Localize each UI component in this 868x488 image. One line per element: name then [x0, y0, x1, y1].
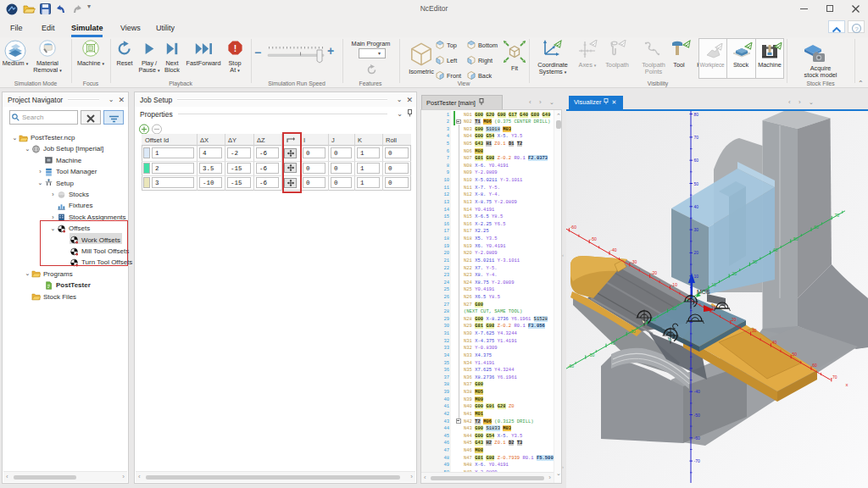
svg-text:50: 50 [694, 181, 699, 186]
svg-text:60: 60 [812, 363, 817, 368]
svg-text:50: 50 [793, 352, 798, 357]
svg-text:60: 60 [694, 158, 699, 163]
svg-text:30: 30 [753, 259, 758, 264]
svg-text:10: 10 [694, 274, 699, 279]
svg-text:-60: -60 [570, 225, 576, 230]
svg-text:!: ! [234, 43, 237, 53]
svg-text:-20: -20 [651, 270, 657, 275]
svg-text:20: 20 [732, 271, 737, 276]
svg-text:MCS: MCS [697, 289, 710, 295]
svg-text:70: 70 [834, 213, 839, 218]
svg-text:80: 80 [694, 112, 699, 117]
svg-text:-40: -40 [610, 247, 616, 252]
svg-text:40: 40 [772, 340, 777, 345]
svg-text:-10: -10 [671, 282, 677, 287]
svg-text:40: 40 [694, 204, 699, 209]
svg-text:70: 70 [832, 374, 837, 380]
svg-text:-50: -50 [694, 413, 700, 418]
svg-text:-30: -30 [631, 259, 637, 264]
svg-text:-40: -40 [694, 389, 700, 394]
svg-text:30: 30 [752, 328, 757, 333]
svg-text:60: 60 [814, 225, 819, 230]
svg-text:70: 70 [694, 135, 699, 140]
svg-text:-50: -50 [588, 352, 594, 358]
svg-text:10: 10 [711, 282, 716, 287]
svg-text:50: 50 [793, 236, 798, 241]
svg-text:-60: -60 [694, 435, 700, 441]
svg-text:-60: -60 [568, 363, 574, 369]
svg-text:-10: -10 [670, 306, 676, 311]
svg-text:?: ? [854, 25, 858, 33]
svg-text:30: 30 [694, 227, 699, 232]
svg-text:x: x [846, 382, 849, 387]
svg-text:20: 20 [694, 250, 699, 255]
svg-text:-40: -40 [609, 341, 615, 346]
svg-text:-50: -50 [591, 236, 597, 241]
svg-text:20: 20 [732, 317, 737, 322]
svg-text:-30: -30 [629, 329, 635, 334]
svg-text:40: 40 [773, 247, 778, 252]
svg-text:-70: -70 [694, 458, 700, 463]
